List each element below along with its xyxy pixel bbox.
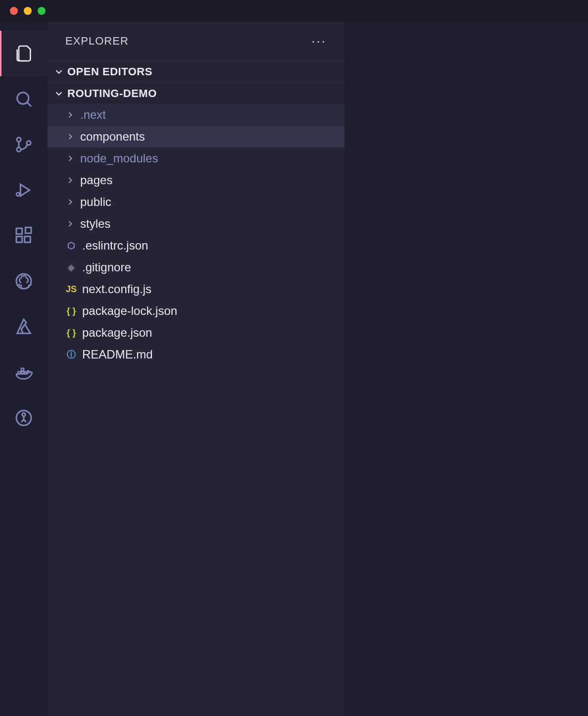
folder-row[interactable]: node_modules bbox=[48, 148, 344, 169]
activity-explorer[interactable] bbox=[0, 31, 48, 76]
window-maximize-button[interactable] bbox=[38, 7, 46, 15]
svg-point-4 bbox=[27, 141, 31, 145]
svg-line-1 bbox=[27, 102, 31, 106]
svg-point-0 bbox=[17, 93, 29, 104]
folder-row[interactable]: public bbox=[48, 191, 344, 213]
file-row[interactable]: ◆.gitignore bbox=[48, 256, 344, 278]
gitlens-icon bbox=[14, 408, 34, 428]
explorer-sidebar: EXPLORER ··· OPEN EDITORS ROUTING-DEMO .… bbox=[48, 22, 344, 716]
file-row[interactable]: { }package-lock.json bbox=[48, 300, 344, 322]
file-name: package-lock.json bbox=[82, 304, 177, 318]
git-icon: ◆ bbox=[65, 262, 77, 273]
activity-github[interactable] bbox=[0, 258, 48, 304]
file-row[interactable]: ⓘREADME.md bbox=[48, 344, 344, 365]
window-titlebar bbox=[0, 0, 588, 22]
svg-point-5 bbox=[16, 193, 20, 196]
json-icon: { } bbox=[65, 328, 77, 338]
project-section[interactable]: ROUTING-DEMO bbox=[48, 82, 344, 104]
chevron-down-icon bbox=[53, 88, 64, 99]
activity-gitlens[interactable] bbox=[0, 395, 48, 441]
window-close-button[interactable] bbox=[10, 7, 18, 15]
js-icon: JS bbox=[65, 284, 77, 295]
window-minimize-button[interactable] bbox=[24, 7, 32, 15]
svg-rect-14 bbox=[21, 368, 24, 371]
docker-icon bbox=[14, 362, 34, 382]
file-name: README.md bbox=[82, 348, 153, 361]
file-row[interactable]: ⬡.eslintrc.json bbox=[48, 235, 344, 256]
svg-rect-8 bbox=[25, 237, 31, 243]
explorer-title: EXPLORER bbox=[65, 35, 129, 48]
folder-row[interactable]: pages bbox=[48, 169, 344, 191]
svg-point-3 bbox=[17, 148, 21, 152]
explorer-icon bbox=[14, 44, 34, 63]
folder-row[interactable]: .next bbox=[48, 104, 344, 126]
editor-area bbox=[344, 22, 588, 716]
chevron-right-icon bbox=[65, 219, 75, 229]
folder-name: node_modules bbox=[80, 152, 158, 165]
extensions-icon bbox=[14, 226, 34, 246]
file-name: .gitignore bbox=[82, 260, 131, 274]
svg-rect-9 bbox=[25, 227, 31, 233]
project-label: ROUTING-DEMO bbox=[67, 87, 157, 100]
github-icon bbox=[14, 271, 34, 291]
azure-icon bbox=[14, 317, 34, 337]
file-name: next.config.js bbox=[82, 282, 151, 296]
folder-row[interactable]: components bbox=[48, 126, 344, 148]
activity-search[interactable] bbox=[0, 76, 48, 122]
activity-extensions[interactable] bbox=[0, 213, 48, 258]
chevron-right-icon bbox=[65, 153, 75, 163]
search-icon bbox=[14, 89, 34, 109]
source-control-icon bbox=[14, 135, 34, 154]
activity-run-debug[interactable] bbox=[0, 167, 48, 213]
chevron-right-icon bbox=[65, 197, 75, 207]
file-tree: .nextcomponentsnode_modulespagespublicst… bbox=[48, 104, 344, 365]
activity-source-control[interactable] bbox=[0, 122, 48, 167]
folder-name: public bbox=[80, 195, 111, 209]
explorer-more-icon[interactable]: ··· bbox=[311, 34, 327, 49]
chevron-right-icon bbox=[65, 110, 75, 120]
svg-point-2 bbox=[17, 138, 21, 142]
open-editors-label: OPEN EDITORS bbox=[67, 65, 152, 78]
explorer-header: EXPLORER ··· bbox=[48, 22, 344, 60]
file-name: .eslintrc.json bbox=[82, 239, 148, 253]
folder-name: pages bbox=[80, 173, 112, 187]
info-icon: ⓘ bbox=[65, 349, 77, 360]
folder-row[interactable]: styles bbox=[48, 213, 344, 235]
svg-point-16 bbox=[22, 413, 26, 416]
chevron-right-icon bbox=[65, 132, 75, 142]
folder-name: components bbox=[80, 130, 145, 144]
activity-bar bbox=[0, 22, 48, 716]
file-row[interactable]: { }package.json bbox=[48, 322, 344, 344]
file-name: package.json bbox=[82, 326, 152, 340]
chevron-down-icon bbox=[53, 66, 64, 77]
file-row[interactable]: JSnext.config.js bbox=[48, 278, 344, 300]
eslint-icon: ⬡ bbox=[65, 240, 77, 251]
svg-rect-6 bbox=[16, 228, 22, 234]
chevron-right-icon bbox=[65, 175, 75, 185]
json-icon: { } bbox=[65, 306, 77, 316]
run-debug-icon bbox=[14, 180, 34, 200]
activity-azure[interactable] bbox=[0, 304, 48, 350]
activity-docker[interactable] bbox=[0, 350, 48, 395]
svg-rect-7 bbox=[16, 237, 22, 243]
folder-name: .next bbox=[80, 108, 106, 122]
open-editors-section[interactable]: OPEN EDITORS bbox=[48, 60, 344, 82]
folder-name: styles bbox=[80, 217, 110, 231]
